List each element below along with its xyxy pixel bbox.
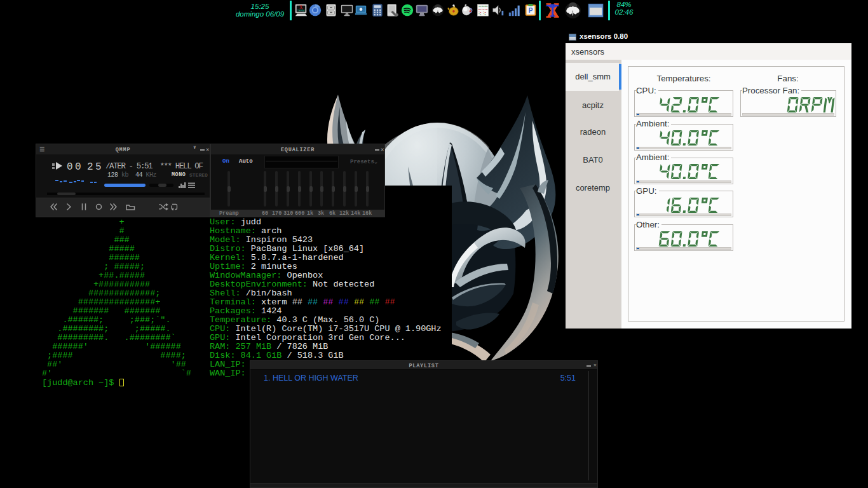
svg-text:TERM: TERM (297, 9, 305, 12)
svg-text:P: P (529, 7, 533, 14)
svg-text:123456: 123456 (478, 5, 488, 8)
svg-text:012345: 012345 (478, 8, 488, 11)
svg-text:*C *C: *C *C (478, 13, 487, 16)
